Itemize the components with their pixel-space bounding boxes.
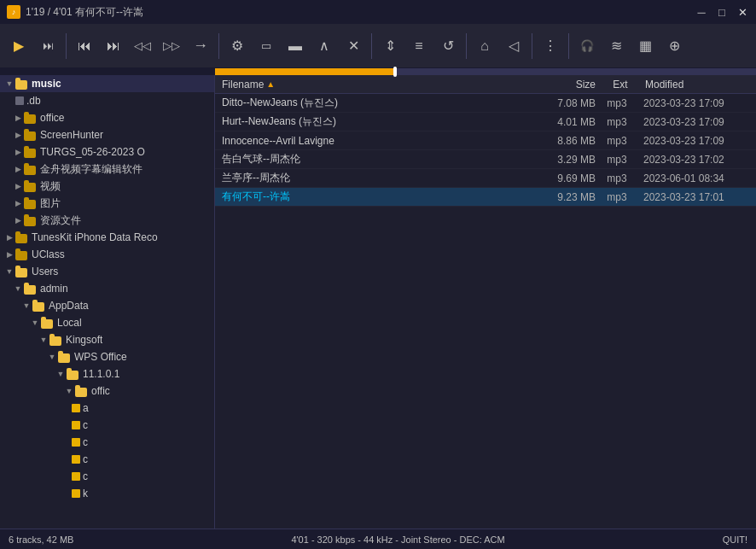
step-forward-button[interactable]: ⏭ [34, 30, 61, 62]
tree-item-sub-c4[interactable]: c [0, 468, 214, 485]
folder-icon [24, 113, 38, 124]
left-panel: ▼ music .db ▶ office ▶ [0, 75, 215, 529]
modified-column-header[interactable]: Modified [642, 75, 753, 93]
caret-button[interactable]: ∧ [311, 30, 338, 62]
file-tree[interactable]: ▼ music .db ▶ office ▶ [0, 75, 214, 529]
tree-item-sub-c3[interactable]: c [0, 451, 214, 468]
tree-item-admin[interactable]: ▼ admin [0, 280, 214, 297]
tree-label: a [83, 402, 89, 414]
columns-button[interactable]: ▬ [282, 30, 309, 62]
file-name: Ditto--NewJeans (뉴진스) [222, 96, 527, 110]
eq-button[interactable]: ≋ [602, 30, 630, 62]
home-button[interactable]: ⌂ [471, 30, 498, 62]
file-name: 兰亭序--周杰伦 [222, 171, 527, 185]
folder-icon [24, 164, 38, 175]
app-icon: ♪ [7, 5, 20, 19]
next-track-button[interactable]: ⏭ [100, 30, 127, 62]
tree-label: k [83, 488, 88, 499]
tree-item-sub-k[interactable]: k [0, 485, 214, 502]
table-row[interactable]: 告白气球--周杰伦3.29 MBmp32023-03-23 17:02 [215, 150, 756, 169]
prev-track-button[interactable]: ⏮ [71, 30, 98, 62]
toolbar: ▶ ⏭ ⏮ ⏭ ◁◁ ▷▷ → ⚙ ▭ ▬ ∧ ✕ ⇕ ≡ ↺ ⌂ ◁ ⋮ 🎧 … [0, 24, 756, 68]
tree-label: Users [32, 266, 58, 277]
tree-item-sub-a[interactable]: a [0, 400, 214, 417]
arrow-right-button[interactable]: → [187, 30, 214, 62]
title-left: ♪ 1'19 / 4'01 有何不可--许嵩 [7, 5, 143, 20]
tree-item-resources[interactable]: ▶ 资源文件 [0, 212, 214, 229]
close-button[interactable]: ✕ [736, 5, 749, 19]
tree-label: 资源文件 [40, 213, 81, 228]
headphone-button[interactable]: 🎧 [573, 30, 601, 62]
folder-icon [15, 232, 29, 243]
updown-button[interactable]: ⇕ [376, 30, 404, 62]
tree-item-screenhunter[interactable]: ▶ ScreenHunter [0, 126, 214, 143]
tree-label: admin [40, 283, 68, 295]
folder-icon [24, 130, 38, 141]
file-size: 4.01 MB [527, 116, 596, 128]
seek-area [0, 68, 756, 75]
folder-icon [24, 215, 38, 226]
play-button[interactable]: ▶ [5, 30, 32, 62]
file-icon [72, 421, 80, 429]
table-row[interactable]: Hurt--NewJeans (뉴진스)4.01 MBmp32023-03-23… [215, 113, 756, 131]
tree-item-local[interactable]: ▼ Local [0, 314, 214, 331]
file-list[interactable]: Ditto--NewJeans (뉴진스)7.08 MBmp32023-03-2… [215, 94, 756, 529]
window-button[interactable]: ▭ [253, 30, 280, 62]
tree-item-offic[interactable]: ▼ offic [0, 383, 214, 400]
tree-label: WPS Office [74, 351, 127, 363]
maximize-button[interactable]: □ [715, 5, 729, 19]
seek-bar[interactable] [215, 68, 756, 75]
table-row[interactable]: 有何不可--许嵩9.23 MBmp32023-03-23 17:01 [215, 188, 756, 207]
more-button[interactable]: ⋮ [537, 30, 564, 62]
settings-button[interactable]: ⚙ [224, 30, 251, 62]
expand-arrow: ▼ [55, 368, 67, 380]
tree-item-version[interactable]: ▼ 11.1.0.1 [0, 365, 214, 383]
tree-item-wps[interactable]: ▼ WPS Office [0, 348, 214, 365]
ext-column-header[interactable]: Ext [599, 75, 642, 93]
folder-icon [75, 386, 89, 397]
modified-label: Modified [645, 79, 683, 91]
size-column-header[interactable]: Size [531, 75, 599, 93]
list-button[interactable]: ≡ [405, 30, 433, 62]
tree-label: Kingsoft [66, 334, 102, 346]
tree-item-kingsoft[interactable]: ▼ Kingsoft [0, 331, 214, 348]
tree-item-music[interactable]: ▼ music [0, 75, 214, 92]
back-button[interactable]: ◁ [500, 30, 527, 62]
forward-button[interactable]: ▷▷ [158, 30, 185, 62]
rewind-button[interactable]: ◁◁ [129, 30, 156, 62]
table-row[interactable]: 兰亭序--周杰伦9.69 MBmp32023-06-01 08:34 [215, 169, 756, 188]
minimize-button[interactable]: ─ [695, 5, 708, 19]
tree-item-appdata[interactable]: ▼ AppData [0, 297, 214, 314]
table-row[interactable]: Innocence--Avril Lavigne8.86 MBmp32023-0… [215, 131, 756, 150]
tree-item-db[interactable]: .db [0, 92, 214, 109]
add-button[interactable]: ⊕ [660, 30, 688, 62]
tree-item-jinzhou[interactable]: ▶ 金舟视频字幕编辑软件 [0, 161, 214, 178]
tree-item-turgs[interactable]: ▶ TURGS_05-26-2023 O [0, 143, 214, 161]
tree-item-users[interactable]: ▼ Users [0, 263, 214, 280]
tree-label: c [83, 470, 88, 482]
bars-button[interactable]: ▦ [631, 30, 659, 62]
tree-label: ScreenHunter [40, 129, 103, 141]
tree-item-images[interactable]: ▶ 图片 [0, 195, 214, 212]
tree-item-uclass[interactable]: ▶ UClass [0, 246, 214, 263]
folder-icon [15, 249, 29, 260]
toolbar-separator-6 [568, 33, 569, 59]
filename-column-header[interactable]: Filename ▲ [218, 75, 531, 93]
filename-label: Filename [222, 79, 264, 91]
expand-arrow: ▶ [3, 231, 15, 243]
tree-item-video[interactable]: ▶ 视频 [0, 178, 214, 195]
cross-button[interactable]: ✕ [340, 30, 367, 62]
tree-label: c [83, 453, 88, 465]
tree-item-sub-c2[interactable]: c [0, 434, 214, 451]
tree-label: UClass [32, 248, 65, 260]
tree-label: TunesKit iPhone Data Reco [32, 231, 158, 243]
file-size: 9.23 MB [527, 191, 596, 203]
file-icon [72, 438, 80, 447]
tree-item-sub-c1[interactable]: c [0, 417, 214, 434]
tree-item-tuneskit[interactable]: ▶ TunesKit iPhone Data Reco [0, 229, 214, 246]
refresh-button[interactable]: ↺ [434, 30, 462, 62]
table-row[interactable]: Ditto--NewJeans (뉴진스)7.08 MBmp32023-03-2… [215, 94, 756, 113]
tree-item-office[interactable]: ▶ office [0, 109, 214, 126]
seek-handle[interactable] [393, 67, 397, 77]
expand-arrow: ▼ [3, 78, 15, 90]
